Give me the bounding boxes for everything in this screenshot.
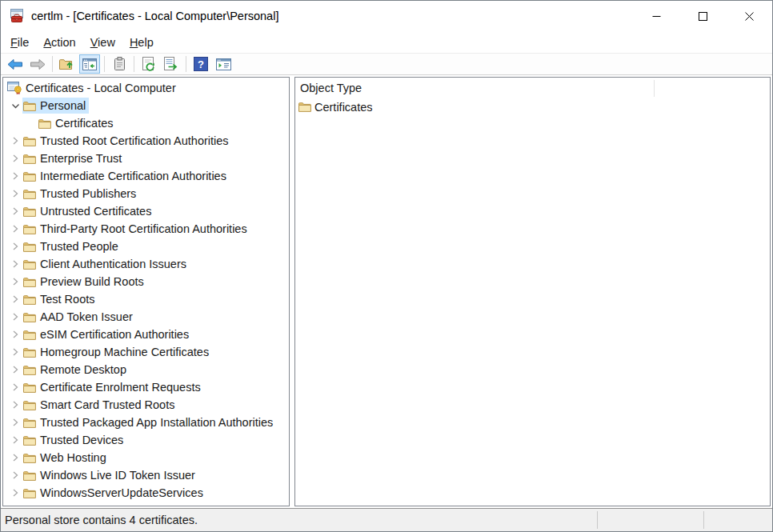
chevron-right-icon[interactable]	[8, 416, 22, 429]
tree-item-aad-token-issuer[interactable]: AAD Token Issuer	[3, 308, 289, 326]
chevron-right-icon[interactable]	[8, 486, 22, 499]
tree-item-label: Client Authentication Issuers	[40, 258, 186, 270]
chevron-right-icon[interactable]	[8, 258, 22, 270]
chevron-right-icon[interactable]	[8, 346, 22, 358]
column-header-object-type[interactable]: Object Type	[295, 78, 654, 98]
chevron-right-icon[interactable]	[8, 363, 22, 376]
list-item-certificates[interactable]: Certificates	[295, 98, 770, 115]
menu-help[interactable]: Help	[122, 33, 161, 52]
tree-item-label: WindowsServerUpdateServices	[40, 486, 203, 499]
help-button[interactable]: ?	[190, 54, 211, 74]
title-bar[interactable]: certlm - [Certificates - Local Computer\…	[1, 1, 772, 31]
tree-item-trusted-devices[interactable]: Trusted Devices	[3, 431, 289, 449]
tree-item-intermediate-certification-authorities[interactable]: Intermediate Certification Authorities	[3, 167, 289, 185]
folder-icon	[23, 418, 36, 428]
chevron-right-icon[interactable]	[8, 275, 22, 288]
chevron-right-icon[interactable]	[8, 434, 22, 446]
close-button[interactable]	[726, 1, 772, 31]
tree-item-enterprise-trust[interactable]: Enterprise Trust	[3, 150, 289, 167]
show-hide-console-tree-button[interactable]	[79, 54, 100, 74]
tree-item-trusted-publishers[interactable]: Trusted Publishers	[3, 185, 289, 202]
chevron-down-icon[interactable]	[8, 99, 22, 112]
chevron-right-icon[interactable]	[8, 328, 22, 341]
status-divider	[597, 511, 598, 529]
status-divider	[703, 511, 704, 529]
folder-icon	[23, 294, 36, 305]
tree-item-label: Remote Desktop	[40, 363, 126, 376]
tree-item-windows-live-id-token-issuer[interactable]: Windows Live ID Token Issuer	[3, 466, 289, 484]
tree-item-windowsserverupdateservices[interactable]: WindowsServerUpdateServices	[3, 484, 289, 502]
tree-item-label: Web Hosting	[40, 451, 106, 464]
tree-item-esim-certification-authorities[interactable]: eSIM Certification Authorities	[3, 326, 289, 343]
tree-item-untrusted-certificates[interactable]: Untrusted Certificates	[3, 202, 289, 220]
up-one-level-button[interactable]	[57, 54, 78, 74]
window-title: certlm - [Certificates - Local Computer\…	[31, 10, 278, 22]
column-divider[interactable]	[654, 80, 655, 97]
menu-bar: File Action View Help	[1, 31, 772, 53]
tree-item-smart-card-trusted-roots[interactable]: Smart Card Trusted Roots	[3, 396, 289, 414]
certlm-window: certlm - [Certificates - Local Computer\…	[0, 0, 773, 532]
folder-icon	[23, 347, 36, 358]
chevron-right-icon[interactable]	[8, 222, 22, 235]
tree-item-trusted-root-certification-authorities[interactable]: Trusted Root Certification Authorities	[3, 132, 289, 150]
tree-item-label: Certificate Enrolment Requests	[40, 381, 201, 394]
tree-item-label: Personal	[40, 99, 86, 112]
tree-item-trusted-people[interactable]: Trusted People	[3, 238, 289, 255]
chevron-right-icon[interactable]	[8, 469, 22, 482]
chevron-right-icon[interactable]	[8, 451, 22, 464]
show-hide-action-pane-button[interactable]	[213, 54, 234, 74]
refresh-button[interactable]	[138, 54, 159, 74]
tree-item-personal[interactable]: Personal	[3, 97, 289, 114]
tree-item-client-authentication-issuers[interactable]: Client Authentication Issuers	[3, 255, 289, 273]
folder-icon	[23, 382, 36, 393]
status-text: Personal store contains 4 certificates.	[5, 514, 198, 526]
folder-icon	[23, 189, 36, 199]
chevron-right-icon[interactable]	[8, 205, 22, 218]
tree-item-certificate-enrolment-requests[interactable]: Certificate Enrolment Requests	[3, 378, 289, 396]
tree-item-label: Trusted Packaged App Installation Author…	[40, 416, 273, 429]
tree-item-trusted-packaged-app-installation-authorities[interactable]: Trusted Packaged App Installation Author…	[3, 414, 289, 431]
chevron-right-icon[interactable]	[8, 187, 22, 200]
tree-item-certificates[interactable]: Certificates	[3, 114, 289, 132]
tree-item-homegroup-machine-certificates[interactable]: Homegroup Machine Certificates	[3, 343, 289, 361]
folder-icon	[23, 101, 36, 111]
tree-item-web-hosting[interactable]: Web Hosting	[3, 449, 289, 466]
maximize-button[interactable]	[679, 1, 726, 31]
status-bar: Personal store contains 4 certificates.	[1, 508, 772, 531]
console-tree-pane: Certificates - Local ComputerPersonalCer…	[2, 77, 290, 506]
minimize-button[interactable]	[633, 1, 679, 31]
folder-icon	[23, 259, 36, 270]
tree-item-label: Enterprise Trust	[40, 152, 122, 165]
tree-item-label: Smart Card Trusted Roots	[40, 398, 174, 411]
tree-item-test-roots[interactable]: Test Roots	[3, 290, 289, 308]
chevron-right-icon[interactable]	[8, 398, 22, 411]
tree-item-label: Windows Live ID Token Issuer	[40, 469, 195, 482]
chevron-right-icon[interactable]	[8, 240, 22, 253]
tree-item-label: Trusted Publishers	[40, 187, 136, 200]
tree-item-remote-desktop[interactable]: Remote Desktop	[3, 361, 289, 378]
folder-icon	[23, 154, 36, 164]
export-list-button[interactable]	[161, 54, 182, 74]
menu-view[interactable]: View	[83, 33, 122, 52]
tree-item-preview-build-roots[interactable]: Preview Build Roots	[3, 273, 289, 290]
tree-item-certificates-local-computer[interactable]: Certificates - Local Computer	[3, 79, 289, 97]
tree-item-label: Trusted Root Certification Authorities	[40, 134, 229, 147]
tree-item-label: AAD Token Issuer	[40, 310, 133, 323]
chevron-right-icon[interactable]	[8, 310, 22, 323]
chevron-right-icon[interactable]	[8, 293, 22, 306]
tree-item-label: Third-Party Root Certification Authoriti…	[40, 222, 247, 235]
back-button[interactable]	[5, 54, 26, 74]
menu-file[interactable]: File	[3, 33, 36, 52]
chevron-right-icon[interactable]	[8, 134, 22, 147]
forward-button[interactable]	[27, 54, 48, 74]
console-tree-icon	[82, 58, 97, 70]
mmc-app-icon	[9, 9, 25, 23]
chevron-right-icon[interactable]	[8, 170, 22, 182]
clipboard-button[interactable]	[109, 54, 130, 74]
chevron-right-icon[interactable]	[8, 152, 22, 165]
tree-item-label: Trusted People	[40, 240, 118, 253]
folder-icon	[23, 488, 36, 498]
tree-item-third-party-root-certification-authorities[interactable]: Third-Party Root Certification Authoriti…	[3, 220, 289, 238]
menu-action[interactable]: Action	[36, 33, 82, 52]
chevron-right-icon[interactable]	[8, 381, 22, 394]
